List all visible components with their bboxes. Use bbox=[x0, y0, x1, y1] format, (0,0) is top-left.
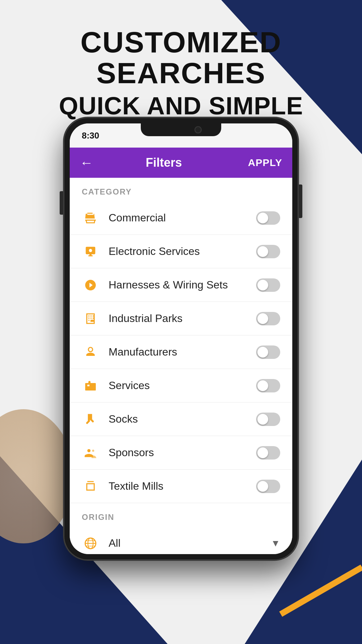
origin-value: All bbox=[109, 537, 271, 549]
notch-cutout bbox=[141, 123, 221, 136]
filter-item-electronic-services: Electronic Services bbox=[70, 235, 292, 268]
industrial-toggle[interactable] bbox=[256, 312, 280, 325]
svg-rect-2 bbox=[89, 254, 92, 255]
svg-rect-10 bbox=[88, 487, 92, 488]
electronic-services-toggle[interactable] bbox=[256, 245, 280, 258]
commercial-toggle[interactable] bbox=[256, 211, 280, 225]
socks-icon bbox=[82, 411, 99, 428]
filter-item-industrial: Industrial Parks bbox=[70, 302, 292, 335]
svg-point-8 bbox=[92, 449, 94, 451]
filter-item-services: Services bbox=[70, 369, 292, 402]
textile-mills-label: Textile Mills bbox=[109, 480, 256, 492]
harnesses-toggle[interactable] bbox=[256, 278, 280, 292]
back-button[interactable]: ← bbox=[80, 155, 93, 170]
filter-item-manufacturers: Manufacturers bbox=[70, 335, 292, 369]
industrial-label: Industrial Parks bbox=[109, 312, 256, 325]
socks-toggle[interactable] bbox=[256, 413, 280, 426]
category-section-label: CATEGORY bbox=[70, 178, 292, 201]
filter-item-commercial: Commercial bbox=[70, 201, 292, 235]
hero-line3: QUICK AND SIMPLE bbox=[0, 92, 362, 120]
electronic-services-label: Electronic Services bbox=[109, 245, 256, 258]
svg-point-4 bbox=[89, 348, 92, 350]
status-time: 8:30 bbox=[82, 130, 99, 141]
filter-item-socks: Socks bbox=[70, 402, 292, 436]
manufacturers-icon bbox=[82, 343, 99, 361]
phone-screen: 8:30 ← Filters APPLY CATEGORY bbox=[70, 123, 292, 554]
bg-hand-decoration bbox=[0, 409, 74, 543]
manufacturers-toggle[interactable] bbox=[256, 345, 280, 359]
electronic-services-icon bbox=[82, 243, 99, 260]
sponsors-toggle[interactable] bbox=[256, 446, 280, 460]
filter-item-harnesses: Harnesses & Wiring Sets bbox=[70, 268, 292, 302]
origin-section-label: ORIGIN bbox=[70, 503, 292, 527]
camera-dot bbox=[194, 126, 202, 133]
app-content: CATEGORY Commercial bbox=[70, 178, 292, 554]
hero-section: CUSTOMIZED SEARCHES QUICK AND SIMPLE bbox=[0, 27, 362, 120]
svg-rect-5 bbox=[85, 383, 96, 390]
phone-mockup: 8:30 ← Filters APPLY CATEGORY bbox=[64, 117, 298, 560]
app-header: ← Filters APPLY bbox=[70, 148, 292, 178]
commercial-icon bbox=[82, 209, 99, 227]
socks-label: Socks bbox=[109, 413, 256, 425]
svg-rect-1 bbox=[88, 255, 93, 256]
sponsors-label: Sponsors bbox=[109, 446, 256, 459]
services-icon bbox=[82, 377, 99, 394]
filter-item-sponsors: Sponsors bbox=[70, 436, 292, 470]
industrial-icon bbox=[82, 310, 99, 327]
svg-point-7 bbox=[87, 449, 91, 452]
services-toggle[interactable] bbox=[256, 379, 280, 392]
apply-button[interactable]: APPLY bbox=[248, 157, 282, 168]
svg-rect-9 bbox=[88, 485, 93, 486]
dropdown-arrow-icon: ▼ bbox=[271, 538, 280, 549]
textile-mills-icon bbox=[82, 478, 99, 495]
origin-globe-icon bbox=[82, 535, 99, 552]
harnesses-label: Harnesses & Wiring Sets bbox=[109, 279, 256, 291]
hero-line1: CUSTOMIZED SEARCHES bbox=[0, 27, 362, 89]
status-bar: 8:30 bbox=[70, 123, 292, 148]
phone-frame: 8:30 ← Filters APPLY CATEGORY bbox=[64, 117, 298, 560]
manufacturers-label: Manufacturers bbox=[109, 346, 256, 358]
textile-mills-toggle[interactable] bbox=[256, 480, 280, 493]
harnesses-icon bbox=[82, 276, 99, 294]
svg-point-3 bbox=[89, 249, 92, 252]
commercial-label: Commercial bbox=[109, 212, 256, 224]
filter-item-textile-mills: Textile Mills bbox=[70, 470, 292, 503]
svg-rect-6 bbox=[87, 384, 89, 386]
origin-filter-row[interactable]: All ▼ bbox=[70, 527, 292, 554]
services-label: Services bbox=[109, 379, 256, 392]
sponsors-icon bbox=[82, 444, 99, 462]
screen-title: Filters bbox=[100, 156, 228, 170]
